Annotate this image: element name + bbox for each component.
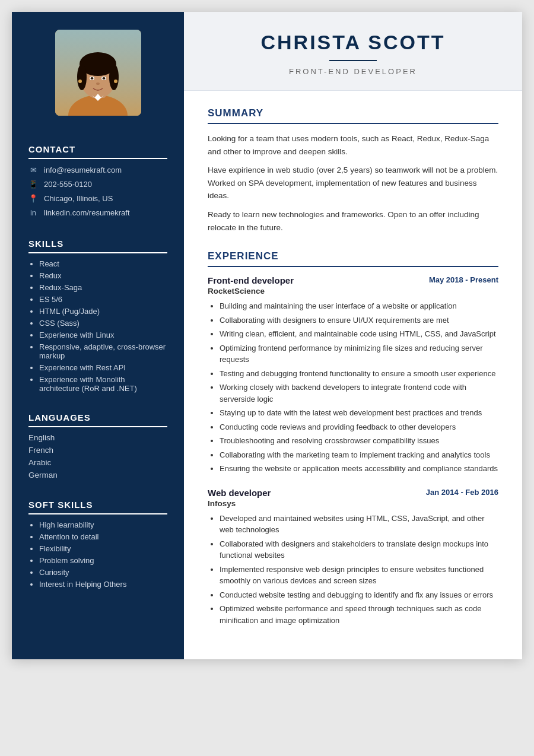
language-item: German (28, 471, 167, 479)
list-item: Redux-Saga (39, 283, 167, 292)
experience-entry-1: Front-end developer May 2018 - Present R… (208, 275, 498, 475)
contact-location: 📍 Chicago, Illinois, US (28, 193, 167, 203)
list-item: HTML (Pug/Jade) (39, 307, 167, 316)
svg-point-14 (114, 80, 117, 83)
list-item: Troubleshooting and resolving crossbrows… (220, 435, 498, 447)
languages-title: LANGUAGES (28, 412, 167, 427)
main-content: CHRISTA SCOTT FRONT-END DEVELOPER SUMMAR… (184, 12, 522, 659)
list-item: Staying up to date with the latest web d… (220, 407, 498, 419)
exp-entry-1-bullets: Building and maintaining the user interf… (208, 300, 498, 475)
list-item: Writing clean, efficient, and maintainab… (220, 328, 498, 340)
list-item: Implemented responsive web design princi… (220, 564, 498, 587)
svg-point-12 (96, 82, 100, 85)
main-body: SUMMARY Looking for a team that uses mod… (184, 91, 522, 659)
summary-para-1: Looking for a team that uses modern tool… (208, 132, 498, 158)
list-item: Working closely with backend developers … (220, 382, 498, 405)
list-item: Collaborated with designers and stakehol… (220, 538, 498, 561)
list-item: Experience with Monolith architecture (R… (39, 375, 167, 393)
exp-entry-2-bullets: Developed and maintained websites using … (208, 513, 498, 627)
svg-point-13 (78, 80, 82, 83)
skills-section: SKILLS React Redux Redux-Saga ES 5/6 HTM… (12, 239, 184, 396)
list-item: Collaborating with designers to ensure U… (220, 315, 498, 326)
email-icon: ✉ (28, 165, 38, 174)
profile-photo (55, 30, 141, 116)
exp-entry-2-header: Web developer Jan 2014 - Feb 2016 (208, 488, 498, 498)
language-item: French (28, 446, 167, 455)
list-item: Attention to detail (39, 532, 167, 541)
soft-skills-title: SOFT SKILLS (28, 500, 167, 514)
list-item: Building and maintaining the user interf… (220, 300, 498, 312)
list-item: Interest in Helping Others (39, 580, 167, 589)
skills-list: React Redux Redux-Saga ES 5/6 HTML (Pug/… (28, 259, 167, 393)
list-item: Redux (39, 271, 167, 280)
linkedin-icon: in (28, 208, 38, 217)
header-divider (329, 60, 377, 61)
list-item: Conducted website testing and debugging … (220, 589, 498, 601)
contact-section: CONTACT ✉ info@resumekraft.com 📱 202-555… (12, 144, 184, 222)
exp-entry-1-company: RocketScience (208, 287, 498, 296)
list-item: Developed and maintained websites using … (220, 513, 498, 536)
list-item: Optimizing frontend performance by minim… (220, 342, 498, 366)
skills-title: SKILLS (28, 239, 167, 253)
exp-entry-1-title: Front-end developer (208, 275, 294, 285)
svg-point-11 (102, 77, 105, 80)
list-item: Flexibility (39, 544, 167, 553)
summary-title: SUMMARY (208, 107, 498, 124)
experience-entry-2: Web developer Jan 2014 - Feb 2016 Infosy… (208, 488, 498, 627)
list-item: Conducting code reviews and providing fe… (220, 421, 498, 433)
resume-header: CHRISTA SCOTT FRONT-END DEVELOPER (184, 12, 522, 91)
list-item: ES 5/6 (39, 295, 167, 304)
contact-email: ✉ info@resumekraft.com (28, 165, 167, 174)
list-item: Curiosity (39, 568, 167, 577)
candidate-name: CHRISTA SCOTT (208, 31, 498, 54)
list-item: High learnability (39, 520, 167, 529)
list-item: Optimized website performance and speed … (220, 603, 498, 626)
summary-para-3: Ready to learn new technologies and fram… (208, 208, 498, 234)
summary-section: SUMMARY Looking for a team that uses mod… (208, 107, 498, 234)
exp-entry-1-header: Front-end developer May 2018 - Present (208, 275, 498, 285)
list-item: Experience with Rest API (39, 363, 167, 372)
languages-section: LANGUAGES English French Arabic German (12, 412, 184, 483)
svg-point-6 (77, 64, 87, 90)
language-item: English (28, 433, 167, 442)
candidate-title: FRONT-END DEVELOPER (208, 67, 498, 76)
list-item: Experience with Linux (39, 331, 167, 339)
exp-entry-2-company: Infosys (208, 499, 498, 508)
list-item: Ensuring the website or application meet… (220, 463, 498, 475)
svg-point-7 (109, 64, 119, 90)
experience-title: EXPERIENCE (208, 250, 498, 267)
location-icon: 📍 (28, 193, 38, 203)
exp-entry-2-date: Jan 2014 - Feb 2016 (426, 488, 498, 497)
list-item: Responsive, adaptive, cross-browser mark… (39, 342, 167, 360)
phone-icon: 📱 (28, 179, 38, 189)
contact-phone: 📱 202-555-0120 (28, 179, 167, 189)
contact-linkedin: in linkedin.com/resumekraft (28, 208, 167, 217)
language-item: Arabic (28, 458, 167, 467)
contact-title: CONTACT (28, 144, 167, 159)
exp-entry-2-title: Web developer (208, 488, 271, 498)
experience-section: EXPERIENCE Front-end developer May 2018 … (208, 250, 498, 626)
soft-skills-section: SOFT SKILLS High learnability Attention … (12, 500, 184, 592)
svg-point-10 (90, 77, 93, 80)
list-item: Collaborating with the marketing team to… (220, 449, 498, 461)
resume-container: CONTACT ✉ info@resumekraft.com 📱 202-555… (12, 12, 522, 659)
list-item: Problem solving (39, 556, 167, 565)
sidebar: CONTACT ✉ info@resumekraft.com 📱 202-555… (12, 12, 184, 659)
list-item: Testing and debugging frontend functiona… (220, 368, 498, 380)
exp-entry-1-date: May 2018 - Present (429, 275, 498, 284)
list-item: CSS (Sass) (39, 319, 167, 328)
soft-skills-list: High learnability Attention to detail Fl… (28, 520, 167, 589)
list-item: React (39, 259, 167, 268)
summary-para-2: Have expirience in web studio (over 2,5 … (208, 164, 498, 202)
